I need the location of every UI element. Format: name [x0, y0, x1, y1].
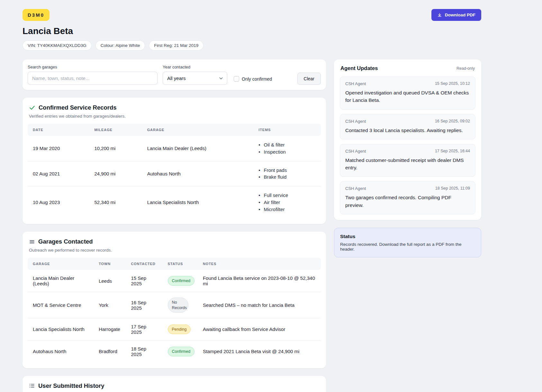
garage-notes: Awaiting callback from Service Advisor	[198, 318, 321, 340]
status-badge: Confirmed	[168, 347, 195, 356]
col-mileage: Mileage	[89, 124, 142, 136]
table-row: MOT & Service Centre York 16 Sep 2025 No…	[28, 292, 321, 318]
record-date: 10 Aug 2023	[28, 186, 89, 218]
user-history-card: User Submitted History Entries provided …	[23, 376, 326, 392]
vin-chip: VIN: TY40KKMAEXQXLDD3G	[23, 40, 92, 50]
colour-chip: Colour: Alpine White	[95, 40, 145, 50]
col-status: Status	[163, 258, 198, 270]
update-author: CSH Agent	[345, 149, 366, 154]
update-timestamp: 15 Sep 2025, 10:12	[435, 81, 470, 86]
agent-updates-card: Agent Updates Read-only CSH Agent 15 Sep…	[334, 59, 481, 220]
year-label: Year contacted	[163, 65, 227, 69]
update-text: Matched customer-submitted receipt with …	[345, 156, 470, 172]
col-contacted: Contacted	[126, 258, 163, 270]
user-history-title: User Submitted History	[38, 382, 104, 389]
garages-contacted-table: Garage Town Contacted Status Notes Lanci…	[28, 258, 321, 362]
search-label: Search garages	[28, 65, 158, 69]
confirmed-records-title: Confirmed Service Records	[39, 104, 117, 111]
status-badge: Confirmed	[168, 276, 195, 286]
garage-contacted: 16 Sep 2025	[126, 292, 163, 318]
garage-name: Autohaus North	[28, 340, 94, 362]
page-title: Lancia Beta	[23, 26, 481, 36]
table-row: 02 Aug 2021 24,900 mi Autohaus North Fro…	[28, 161, 321, 186]
only-confirmed-checkbox[interactable]	[234, 76, 239, 82]
garages-contacted-title: Garages Contacted	[38, 238, 93, 245]
status-badge: No Records	[168, 298, 188, 313]
first-reg-chip: First Reg: 21 Mar 2019	[149, 40, 203, 50]
confirmed-records-subtitle: Verified entries we obtained from garage…	[29, 114, 320, 119]
garage-notes: Searched DMS – no match for Lancia Beta	[198, 292, 321, 318]
garage-contacted: 15 Sep 2025	[126, 270, 163, 292]
download-pdf-label: Download PDF	[445, 13, 475, 17]
update-author: CSH Agent	[345, 119, 366, 124]
year-select[interactable]: All years	[163, 72, 227, 85]
garage-town: Harrogate	[94, 318, 126, 340]
record-date: 02 Aug 2021	[28, 161, 89, 186]
col-notes: Notes	[198, 258, 321, 270]
record-mileage: 52,340 mi	[89, 186, 142, 218]
garage-name: MOT & Service Centre	[28, 292, 94, 318]
record-items: Front pads Brake fluid	[258, 167, 316, 181]
download-icon	[437, 13, 442, 17]
table-row: Autohaus North Bradford 18 Sep 2025 Conf…	[28, 340, 321, 362]
hamburger-icon	[29, 239, 35, 245]
record-items: Full service Air filter Microfilter	[258, 192, 316, 213]
year-field-group: Year contacted All years	[163, 65, 227, 85]
table-row: Lancia Main Dealer (Leeds) Leeds 15 Sep …	[28, 270, 321, 292]
garages-contacted-subtitle: Outreach we performed to recover records…	[29, 248, 320, 253]
page: D3M0 Download PDF Lancia Beta VIN: TY40K…	[23, 0, 481, 392]
record-mileage: 10,200 mi	[89, 136, 142, 161]
download-pdf-button[interactable]: Download PDF	[431, 9, 481, 21]
filter-bar: Search garages Year contacted All years	[23, 59, 326, 90]
record-garage: Lancia Specialists North	[142, 186, 254, 218]
update-author: CSH Agent	[345, 81, 366, 86]
sidebar: Agent Updates Read-only CSH Agent 15 Sep…	[334, 59, 481, 257]
page-header: D3M0 Download PDF	[23, 9, 481, 21]
record-garage: Lancia Main Dealer (Leeds)	[142, 136, 254, 161]
agent-update-item: CSH Agent 15 Sep 2025, 10:12 Opened inve…	[340, 76, 475, 110]
vehicle-chips: VIN: TY40KKMAEXQXLDD3G Colour: Alpine Wh…	[23, 40, 481, 50]
demo-badge: D3M0	[23, 9, 50, 21]
garage-town: Leeds	[94, 270, 126, 292]
check-icon	[29, 104, 35, 111]
status-title: Status	[340, 234, 475, 239]
list-icon	[29, 383, 35, 389]
only-confirmed-label: Only confirmed	[242, 76, 272, 82]
update-text: Contacted 3 local Lancia specialists. Aw…	[345, 127, 470, 134]
col-date: Date	[28, 124, 89, 136]
clear-button[interactable]: Clear	[297, 73, 321, 85]
status-box: Status Records recovered. Download the f…	[334, 228, 481, 257]
garage-name: Lancia Main Dealer (Leeds)	[28, 270, 94, 292]
update-text: Two garages confirmed records. Compiling…	[345, 194, 470, 209]
record-garage: Autohaus North	[142, 161, 254, 186]
col-items: Items	[253, 124, 321, 136]
col-garage: Garage	[142, 124, 254, 136]
record-mileage: 24,900 mi	[89, 161, 142, 186]
status-text: Records recovered. Download the full rep…	[340, 242, 475, 252]
agent-update-item: CSH Agent 18 Sep 2025, 11:09 Two garages…	[340, 181, 475, 214]
search-field-group: Search garages	[28, 65, 158, 85]
table-row: 10 Aug 2023 52,340 mi Lancia Specialists…	[28, 186, 321, 218]
readonly-label: Read-only	[456, 66, 475, 71]
table-header-row: Date Mileage Garage Items	[28, 124, 321, 136]
table-header-row: Garage Town Contacted Status Notes	[28, 258, 321, 270]
garage-contacted: 18 Sep 2025	[126, 340, 163, 362]
update-timestamp: 16 Sep 2025, 09:02	[435, 119, 470, 124]
record-items: Oil & filter Inspection	[258, 141, 316, 156]
update-author: CSH Agent	[345, 186, 366, 191]
confirmed-records-card: Confirmed Service Records Verified entri…	[23, 98, 326, 224]
garage-name: Lancia Specialists North	[28, 318, 94, 340]
only-confirmed-group: Only confirmed	[234, 76, 272, 85]
agent-updates-title: Agent Updates	[340, 65, 378, 71]
col-town: Town	[94, 258, 126, 270]
update-text: Opened investigation and queued DVSA & O…	[345, 89, 470, 104]
search-input[interactable]	[28, 72, 158, 85]
table-row: 19 Mar 2020 10,200 mi Lancia Main Dealer…	[28, 136, 321, 161]
agent-update-item: CSH Agent 17 Sep 2025, 16:44 Matched cus…	[340, 144, 475, 177]
garages-contacted-card: Garages Contacted Outreach we performed …	[23, 232, 326, 368]
update-timestamp: 18 Sep 2025, 11:09	[435, 186, 470, 191]
col-garage: Garage	[28, 258, 94, 270]
status-badge: Pending	[168, 325, 191, 334]
update-timestamp: 17 Sep 2025, 16:44	[435, 149, 470, 154]
agent-update-item: CSH Agent 16 Sep 2025, 09:02 Contacted 3…	[340, 114, 475, 139]
